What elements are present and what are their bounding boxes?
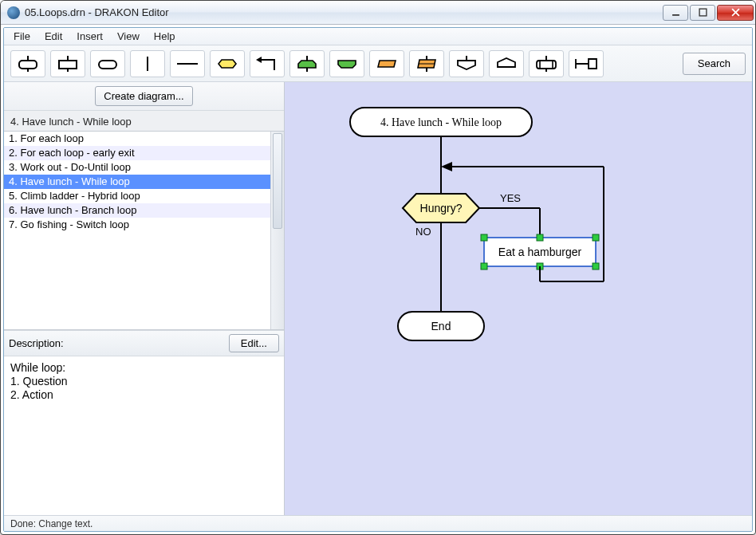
tool-loop-start-icon[interactable] [289, 50, 325, 77]
svg-rect-10 [99, 61, 116, 69]
scroll-thumb[interactable] [273, 133, 282, 229]
tool-question-icon[interactable] [210, 50, 245, 77]
tool-connector-icon[interactable] [569, 50, 604, 77]
tool-loop-end-icon[interactable] [329, 50, 364, 77]
tool-branch-icon[interactable] [489, 50, 524, 77]
toolbar: Search [4, 45, 752, 82]
list-scrollbar[interactable] [270, 132, 284, 329]
tool-hline-icon[interactable] [170, 50, 205, 77]
description-label: Description: [9, 337, 229, 349]
tool-action-icon[interactable] [50, 50, 85, 77]
svg-rect-35 [481, 234, 487, 241]
list-item[interactable]: 3. Work out - Do-Until loop [4, 160, 270, 175]
create-row: Create diagram... [4, 82, 284, 111]
svg-marker-13 [219, 60, 236, 68]
diagram-svg: 4. Have lunch - While loop Hungry? YES [285, 82, 752, 515]
svg-rect-36 [537, 234, 543, 241]
list-item[interactable]: 5. Climb ladder - Hybrid loop [4, 189, 270, 203]
diagram-end-text: End [431, 320, 451, 332]
svg-marker-19 [378, 61, 396, 67]
menu-edit[interactable]: Edit [38, 29, 69, 44]
statusbar: Done: Change text. [4, 515, 752, 531]
diagram-question-text: Hungry? [420, 202, 463, 214]
description-header: Description: Edit... [4, 330, 284, 356]
tool-shelf-orange-icon[interactable] [369, 50, 404, 77]
search-button[interactable]: Search [683, 53, 746, 75]
tool-shelf-split-icon[interactable] [409, 50, 444, 77]
window-title: 05.Loops.drn - DRAKON Editor [25, 6, 661, 18]
menu-view[interactable]: View [111, 29, 146, 44]
edit-description-button[interactable]: Edit... [229, 334, 279, 352]
list-item[interactable]: 6. Have lunch - Branch loop [4, 203, 270, 218]
svg-rect-38 [481, 263, 487, 269]
menu-help[interactable]: Help [148, 29, 182, 44]
tool-end-icon[interactable] [90, 50, 125, 77]
window-buttons [661, 5, 754, 21]
svg-marker-18 [338, 61, 356, 68]
menubar: File Edit Insert View Help [4, 28, 752, 45]
tool-vline-icon[interactable] [130, 50, 165, 77]
diagram-action-text: Eat a hamburger [498, 246, 582, 258]
list-item[interactable]: 2. For each loop - early exit [4, 146, 270, 160]
tool-arrow-back-icon[interactable] [250, 50, 285, 77]
svg-rect-1 [699, 9, 707, 16]
list-item[interactable]: 7. Go fishing - Switch loop [4, 218, 270, 232]
canvas[interactable]: 4. Have lunch - While loop Hungry? YES [285, 82, 752, 515]
svg-marker-15 [298, 61, 316, 68]
diagram-list[interactable]: 1. For each loop 2. For each loop - earl… [4, 132, 270, 329]
close-button[interactable] [717, 5, 754, 21]
svg-rect-37 [593, 234, 599, 241]
menu-file[interactable]: File [7, 29, 37, 44]
content-frame: File Edit Insert View Help Search [3, 27, 753, 532]
status-text: Done: Change text. [10, 518, 93, 529]
body: Create diagram... 4. Have lunch - While … [4, 82, 752, 515]
yes-label: YES [500, 192, 521, 204]
sidebar: Create diagram... 4. Have lunch - While … [4, 82, 285, 515]
no-label: NO [415, 226, 431, 238]
diagram-list-wrap: 1. For each loop 2. For each loop - earl… [4, 131, 284, 330]
titlebar[interactable]: 05.Loops.drn - DRAKON Editor [1, 1, 755, 25]
app-window: 05.Loops.drn - DRAKON Editor File Edit I… [0, 0, 756, 535]
tool-insertion-icon[interactable] [529, 50, 564, 77]
svg-rect-7 [59, 61, 77, 69]
app-icon [7, 6, 20, 19]
maximize-button[interactable] [690, 5, 715, 21]
menu-insert[interactable]: Insert [70, 29, 109, 44]
tool-address-icon[interactable] [449, 50, 484, 77]
create-diagram-button[interactable]: Create diagram... [95, 86, 192, 106]
svg-rect-40 [593, 263, 599, 269]
current-diagram-title: 4. Have lunch - While loop [4, 111, 284, 131]
svg-marker-14 [256, 57, 262, 63]
list-item[interactable]: 4. Have lunch - While loop [4, 175, 270, 189]
list-item[interactable]: 1. For each loop [4, 132, 270, 146]
diagram-title-text: 4. Have lunch - While loop [380, 116, 502, 128]
description-text: While loop: 1. Question 2. Action [4, 356, 284, 515]
minimize-button[interactable] [663, 5, 688, 21]
svg-rect-4 [19, 61, 37, 69]
tool-title-icon[interactable] [10, 50, 45, 77]
